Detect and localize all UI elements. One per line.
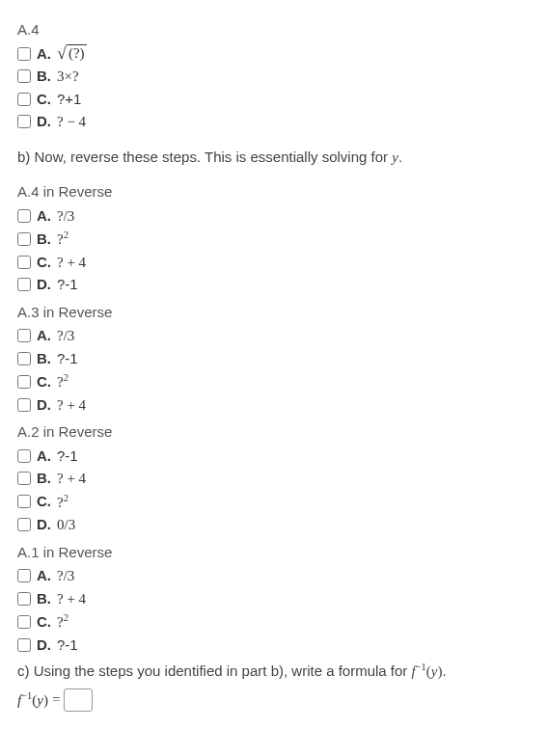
option-letter: A. [37,446,51,468]
part-c-text: c) Using the steps you identified in par… [17,660,530,683]
option-checkbox[interactable] [17,472,31,485]
option-text: ?-1 [57,634,78,657]
formula-inverse: −1 [21,690,32,701]
part-b-period: . [398,148,402,165]
option-letter: C. [37,252,51,274]
option-row: D.? − 4 [17,111,530,133]
option-letter: D. [37,634,51,657]
option-row: C.?2 [17,610,530,634]
option-text: ?+1 [57,89,81,111]
option-text: 0/3 [57,514,75,536]
option-checkbox[interactable] [17,209,31,223]
section-a3r-options: A.?/3B.?-1C.?2D.? + 4 [17,325,530,416]
part-b-text: b) Now, reverse these steps. This is ess… [17,147,530,169]
option-checkbox[interactable] [17,256,31,269]
option-letter: B. [37,66,51,88]
option-checkbox[interactable] [17,69,31,83]
option-letter: A. [37,205,51,228]
option-letter: D. [37,394,51,417]
option-letter: D. [37,514,51,536]
equals-sign: = [52,688,60,711]
option-letter: A. [37,325,51,347]
option-text: ? − 4 [57,111,86,133]
option-letter: B. [37,468,51,490]
option-checkbox[interactable] [17,569,31,582]
option-row: A.?/3 [17,325,530,347]
section-a1r-options: A.?/3B.? + 4C.?2D.?-1 [17,565,530,656]
option-letter: B. [37,348,51,370]
option-letter: A. [37,565,51,587]
option-text: ?-1 [57,348,78,370]
option-checkbox[interactable] [17,638,31,652]
part-c-inverse: −1 [416,662,426,672]
option-checkbox[interactable] [17,375,31,389]
formula-row: f−1(y) = [17,688,530,712]
option-checkbox[interactable] [17,47,31,61]
section-a4-label: A.4 [17,19,530,41]
formula-lhs: f−1(y) [17,688,48,712]
option-text: ?2 [57,370,68,393]
option-row: A.√(?) [17,43,530,66]
option-row: C.?2 [17,370,530,393]
section-a4-options: A.√(?)B.3×?C.?+1D.? − 4 [17,43,530,133]
option-row: C.? + 4 [17,252,530,274]
option-checkbox[interactable] [17,329,31,342]
option-text: ? + 4 [57,468,86,490]
option-text: ?/3 [57,565,74,587]
option-row: D.? + 4 [17,394,530,417]
option-text: ?2 [57,491,68,514]
option-letter: C. [37,89,51,111]
option-row: B.? + 4 [17,468,530,490]
option-row: D.?-1 [17,274,530,296]
option-row: D.0/3 [17,514,530,536]
option-checkbox[interactable] [17,352,31,365]
option-text: √(?) [57,43,87,66]
option-letter: D. [37,111,51,133]
part-c-prefix: c) Using the steps you identified in par… [17,662,412,679]
option-row: B.? + 4 [17,588,530,610]
option-checkbox[interactable] [17,518,31,531]
option-checkbox[interactable] [17,615,31,629]
option-row: A.?/3 [17,205,530,228]
option-text: ?/3 [57,205,74,228]
option-text: ? + 4 [57,588,86,610]
option-text: ?-1 [57,446,78,468]
part-c-period: . [443,662,447,679]
option-checkbox[interactable] [17,93,31,106]
option-text: ?/3 [57,325,74,347]
option-letter: C. [37,611,51,634]
option-letter: C. [37,491,51,513]
option-row: D.?-1 [17,634,530,657]
option-letter: A. [37,43,51,66]
option-letter: B. [37,229,51,251]
formula-close: ) [43,692,48,708]
option-text: ?2 [57,610,68,634]
option-checkbox[interactable] [17,495,31,508]
option-letter: C. [37,371,51,393]
section-a4r-label: A.4 in Reverse [17,181,530,203]
option-text: ?-1 [57,274,78,296]
option-checkbox[interactable] [17,398,31,412]
formula-input[interactable] [64,688,93,712]
option-checkbox[interactable] [17,278,31,291]
option-text: ? + 4 [57,252,86,274]
formula-arg: y [37,692,43,708]
option-checkbox[interactable] [17,232,31,246]
option-row: B.?2 [17,228,530,251]
option-checkbox[interactable] [17,449,31,463]
option-row: B.3×? [17,66,530,88]
section-a1r-label: A.1 in Reverse [17,542,530,564]
option-checkbox[interactable] [17,592,31,606]
option-text: ? + 4 [57,394,86,417]
part-b-prefix: b) Now, reverse these steps. This is ess… [17,148,392,165]
part-b-var: y [392,149,398,165]
option-row: C.?2 [17,491,530,514]
section-a4r-options: A.?/3B.?2C.? + 4D.?-1 [17,205,530,296]
section-a3r-label: A.3 in Reverse [17,302,530,324]
section-a2r-options: A.?-1B.? + 4C.?2D.0/3 [17,446,530,536]
option-checkbox[interactable] [17,115,31,128]
option-row: C.?+1 [17,89,530,111]
option-text: ?2 [57,228,68,251]
option-letter: B. [37,588,51,610]
option-letter: D. [37,274,51,296]
